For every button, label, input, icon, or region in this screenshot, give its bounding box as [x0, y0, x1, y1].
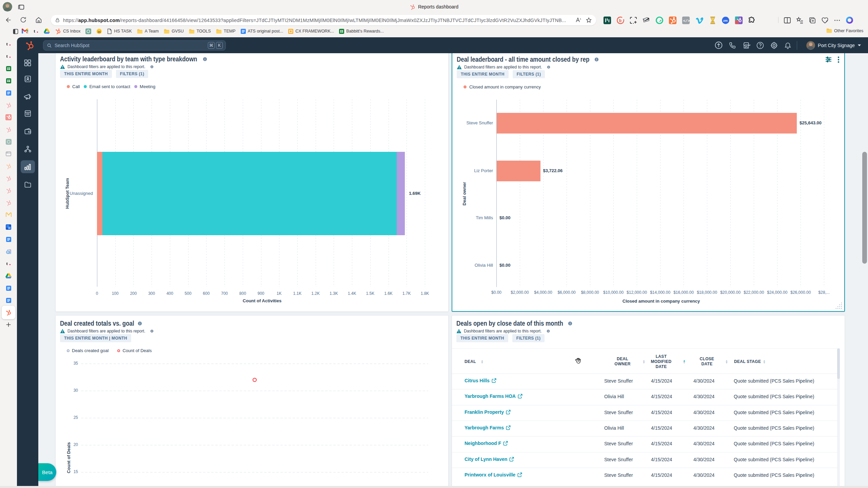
copilot-icon[interactable] — [845, 16, 854, 24]
vertical-tab[interactable] — [3, 63, 14, 74]
ext-purple-icon[interactable] — [734, 16, 743, 25]
hubspot-logo[interactable] — [25, 40, 35, 50]
info-icon[interactable] — [547, 329, 550, 333]
vertical-tab[interactable] — [3, 100, 14, 110]
filter-tag[interactable]: FILTERS (1) — [513, 70, 545, 78]
vertical-tab[interactable] — [3, 136, 14, 147]
vertical-tab[interactable] — [3, 161, 14, 171]
back-icon[interactable] — [5, 16, 12, 24]
legend-item[interactable]: Call — [67, 84, 80, 89]
vertical-tab[interactable] — [3, 197, 14, 208]
filter-tag[interactable]: THIS ENTIRE MONTH — [457, 70, 509, 78]
settings-icon[interactable] — [770, 41, 778, 49]
info-icon[interactable] — [150, 65, 154, 68]
favorite-star-icon[interactable] — [586, 17, 592, 23]
column-header-deal-stage[interactable]: DEAL STAGE — [734, 359, 761, 364]
sidebar-item-marketing-megaphone[interactable] — [21, 90, 35, 103]
settings-more-icon[interactable] — [833, 17, 841, 24]
deal-link[interactable]: Neighborhood F — [465, 441, 508, 446]
search-input[interactable]: Search HubSpot ⌘ K — [43, 40, 226, 50]
ext-zoom-icon[interactable]: zm — [721, 16, 730, 25]
sidebar-item-reporting-chart[interactable] — [21, 160, 35, 173]
sidebar-item-data-folder[interactable] — [21, 178, 35, 191]
bookmark-item[interactable] — [96, 28, 102, 34]
help-icon[interactable] — [756, 41, 764, 49]
split-screen-icon[interactable] — [783, 16, 791, 24]
ext-pen-icon[interactable] — [642, 16, 651, 25]
sidebar-item-commerce-wallet[interactable] — [21, 125, 35, 138]
vertical-tab[interactable] — [3, 173, 14, 184]
ext-crop-icon[interactable] — [629, 16, 637, 24]
sidebar-item-bookmarks-grid[interactable] — [21, 56, 35, 69]
bookmark-item[interactable]: ATS original post... — [241, 29, 283, 34]
vertical-tab[interactable] — [2, 306, 15, 319]
bookmark-item[interactable]: TOOLS — [189, 29, 211, 34]
data-point-count-of-deals[interactable] — [252, 378, 257, 382]
filter-tag[interactable]: THIS ENTIRE MONTH | MONTH — [60, 334, 131, 342]
bookmark-item[interactable]: t — [33, 28, 39, 34]
ext-bitly-icon[interactable]: b — [616, 16, 625, 25]
vertical-tab[interactable] — [3, 148, 14, 159]
sidebar-item-content-page[interactable] — [21, 107, 35, 120]
resize-handle[interactable] — [835, 302, 843, 310]
deal-link[interactable]: Printworx of Louisville — [465, 472, 522, 477]
vertical-tabs-toggle-icon[interactable] — [12, 28, 19, 35]
new-tab-button[interactable] — [3, 319, 14, 330]
sort-icon[interactable]: ▲▼ — [763, 359, 766, 365]
bar-steve-snuffer[interactable] — [497, 113, 797, 134]
vertical-tab[interactable] — [3, 246, 14, 257]
page-scrollbar[interactable] — [862, 152, 867, 264]
column-header-deal-owner[interactable]: DEALOWNER — [604, 357, 641, 367]
sort-icon[interactable]: ▲▼ — [683, 359, 686, 365]
refresh-icon[interactable] — [20, 16, 27, 23]
vertical-tab[interactable] — [3, 234, 14, 245]
sort-icon[interactable]: ▲▼ — [725, 359, 728, 365]
bookmark-item[interactable]: Babbitt's Rewards... — [339, 29, 384, 34]
bookmark-item[interactable]: 6 — [22, 28, 28, 34]
info-icon[interactable] — [594, 57, 599, 62]
vertical-tab[interactable] — [3, 209, 14, 220]
deal-link[interactable]: Yarbrough Farms HOA — [465, 393, 522, 399]
info-icon[interactable] — [138, 321, 142, 326]
chart-settings-icon[interactable] — [825, 57, 832, 62]
bar-segment-meeting[interactable] — [397, 152, 405, 235]
legend-item[interactable]: Email sent to contact — [84, 84, 130, 89]
active-tab[interactable]: Reports dashboard — [0, 0, 868, 14]
bookmark-item[interactable]: CS Inbox — [55, 28, 80, 34]
ext-green-icon[interactable] — [655, 16, 664, 25]
phone-icon[interactable] — [729, 41, 736, 49]
bookmark-item[interactable] — [44, 28, 50, 34]
column-header-close-date[interactable]: CLOSEDATE — [690, 357, 724, 367]
info-icon[interactable] — [547, 65, 550, 69]
sort-icon[interactable]: ▲▼ — [481, 359, 484, 365]
legend-item[interactable]: Deals created goal — [67, 348, 108, 353]
account-menu[interactable]: Port City Signage — [806, 41, 861, 50]
ext-code-icon[interactable]: </> — [682, 16, 690, 25]
vertical-tab[interactable] — [3, 185, 14, 196]
deal-link[interactable]: Citrus Hills — [465, 378, 496, 383]
vertical-tab[interactable] — [3, 270, 14, 281]
vertical-tab[interactable] — [3, 222, 14, 232]
deal-link[interactable]: Franklin Property — [465, 409, 511, 415]
address-bar[interactable]: https://app.hubspot.com/reports-dashboar… — [51, 15, 596, 25]
filter-tag[interactable]: THIS ENTIRE MONTH — [456, 334, 508, 342]
ext-vimeo-icon[interactable] — [695, 16, 704, 25]
browser-essentials-icon[interactable] — [821, 16, 829, 24]
column-header-deal[interactable]: DEAL — [465, 359, 476, 364]
sidebar-item-automations-workflow[interactable] — [21, 143, 35, 156]
filter-tag[interactable]: FILTERS (1) — [116, 70, 149, 78]
vertical-tab[interactable] — [3, 283, 14, 293]
home-icon[interactable] — [35, 16, 42, 24]
vertical-tab[interactable] — [3, 295, 14, 306]
legend-item[interactable]: Meeting — [134, 84, 155, 89]
other-favorites[interactable]: Other Favorites — [826, 28, 863, 33]
kebab-menu-icon[interactable] — [837, 56, 840, 63]
vertical-tab[interactable]: t — [3, 51, 14, 62]
vertical-tab[interactable]: t — [3, 258, 14, 269]
bookmark-item[interactable] — [85, 28, 91, 34]
beta-button[interactable]: Beta — [38, 463, 56, 481]
bookmark-item[interactable]: HS TASK — [107, 28, 132, 34]
filter-tag[interactable]: THIS ENTIRE MONTH — [60, 70, 112, 78]
bar-segment-call[interactable] — [97, 152, 102, 235]
vertical-tab[interactable] — [3, 112, 14, 123]
